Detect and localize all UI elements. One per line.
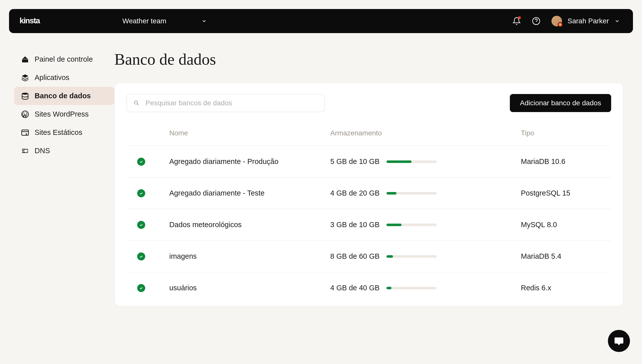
- wordpress-icon: [21, 110, 29, 118]
- storage-text: 5 GB de 10 GB: [330, 157, 380, 166]
- sidebar-item-label: Painel de controle: [35, 55, 93, 63]
- status-ok-icon: [137, 189, 145, 197]
- user-menu[interactable]: Sarah Parker: [551, 16, 620, 26]
- home-icon: [21, 55, 29, 63]
- chat-icon: [614, 336, 624, 346]
- table-header: Nome Armazenamento Tipo: [127, 120, 611, 146]
- db-name: usuários: [169, 284, 330, 292]
- search-wrapper: [127, 94, 325, 112]
- database-icon: [21, 92, 29, 100]
- table-row[interactable]: usuários 4 GB de 40 GB Redis 6.x: [127, 272, 611, 306]
- col-name: Nome: [169, 129, 330, 137]
- add-database-button[interactable]: Adicionar banco de dados: [510, 94, 611, 112]
- db-type: Redis 6.x: [521, 284, 611, 292]
- team-name: Weather team: [122, 17, 166, 25]
- table-row[interactable]: Agregado diariamente - Teste 4 GB de 20 …: [127, 177, 611, 209]
- help-icon: [532, 17, 540, 25]
- status-ok-icon: [137, 158, 145, 166]
- sidebar-item-dashboard[interactable]: Painel de controle: [14, 50, 114, 68]
- avatar: [551, 16, 562, 26]
- layers-icon: [21, 74, 29, 82]
- db-name: Agregado diariamente - Produção: [169, 157, 330, 166]
- sidebar: Painel de controle Aplicativos Banco de …: [9, 50, 114, 306]
- avatar-bolt-badge: [558, 22, 563, 27]
- notification-dot: [518, 16, 521, 19]
- chevron-down-icon: [614, 18, 620, 24]
- table-row[interactable]: imagens 8 GB de 60 GB MariaDB 5.4: [127, 241, 611, 272]
- storage-progress: [386, 255, 437, 258]
- search-input[interactable]: [127, 94, 325, 112]
- sidebar-item-label: Aplicativos: [35, 73, 69, 82]
- table-row[interactable]: Dados meteorológicos 3 GB de 10 GB MySQL…: [127, 209, 611, 241]
- sidebar-item-label: DNS: [35, 147, 50, 155]
- svg-text:kinsta: kinsta: [20, 16, 40, 25]
- storage-progress: [386, 287, 437, 289]
- storage-progress: [386, 192, 437, 195]
- storage-progress: [386, 224, 437, 226]
- sidebar-item-dns[interactable]: DNS: [14, 142, 114, 160]
- search-icon: [134, 100, 139, 106]
- col-type: Tipo: [521, 129, 611, 137]
- database-panel: Adicionar banco de dados Nome Armazename…: [114, 83, 623, 306]
- svg-point-3: [22, 93, 28, 95]
- database-table: Nome Armazenamento Tipo Agregado diariam…: [127, 120, 611, 306]
- status-ok-icon: [137, 252, 145, 260]
- help-button[interactable]: [532, 17, 540, 25]
- storage-text: 4 GB de 20 GB: [330, 189, 380, 197]
- chat-widget[interactable]: [608, 330, 630, 352]
- db-type: PostgreSQL 15: [521, 189, 611, 197]
- db-type: MariaDB 5.4: [521, 252, 611, 260]
- sidebar-item-label: Sites WordPress: [35, 110, 89, 118]
- svg-rect-5: [22, 130, 29, 135]
- sidebar-item-label: Sites Estáticos: [35, 128, 82, 137]
- sidebar-item-applications[interactable]: Aplicativos: [14, 68, 114, 87]
- storage-text: 8 GB de 60 GB: [330, 252, 380, 260]
- db-name: Dados meteorológicos: [169, 221, 330, 229]
- kinsta-logo[interactable]: kinsta: [20, 16, 52, 26]
- col-storage: Armazenamento: [330, 129, 521, 137]
- notifications-button[interactable]: [512, 17, 521, 25]
- status-ok-icon: [137, 221, 145, 229]
- dns-icon: [21, 147, 29, 155]
- page-title: Banco de dados: [114, 50, 623, 69]
- db-name: Agregado diariamente - Teste: [169, 189, 330, 197]
- sidebar-item-databases[interactable]: Banco de dados: [14, 87, 114, 105]
- chevron-down-icon: [201, 18, 207, 24]
- sidebar-item-wordpress[interactable]: Sites WordPress: [14, 105, 114, 123]
- team-selector[interactable]: Weather team: [122, 17, 207, 25]
- db-type: MariaDB 10.6: [521, 157, 611, 166]
- sidebar-item-static-sites[interactable]: Sites Estáticos: [14, 123, 114, 142]
- storage-text: 4 GB de 40 GB: [330, 284, 380, 292]
- top-header: kinsta Weather team Sarah Parker: [9, 9, 633, 33]
- svg-point-7: [134, 101, 138, 104]
- sidebar-item-label: Banco de dados: [35, 92, 91, 100]
- db-type: MySQL 8.0: [521, 221, 611, 229]
- status-ok-icon: [137, 284, 145, 292]
- storage-text: 3 GB de 10 GB: [330, 221, 380, 229]
- db-name: imagens: [169, 252, 330, 260]
- storage-progress: [386, 160, 437, 163]
- table-row[interactable]: Agregado diariamente - Produção 5 GB de …: [127, 146, 611, 177]
- user-name: Sarah Parker: [568, 17, 609, 25]
- browser-icon: [21, 129, 29, 137]
- svg-line-8: [137, 104, 139, 105]
